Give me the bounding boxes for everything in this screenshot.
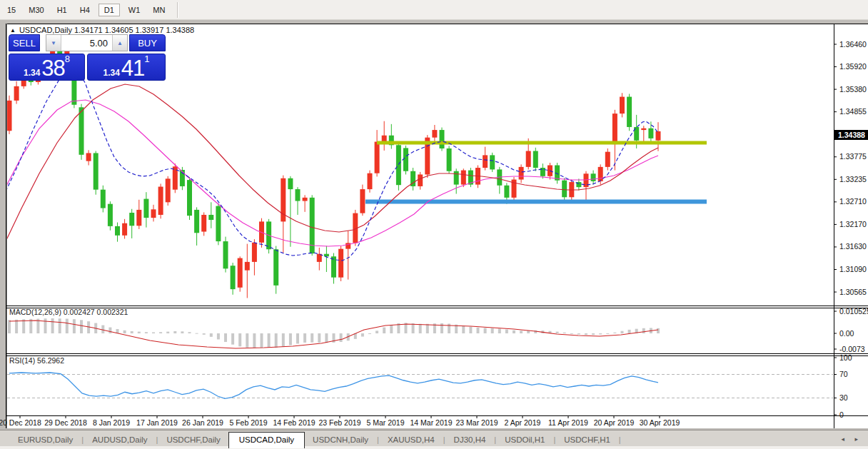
chart-tab-xauusd[interactable]: XAUUSD,H4 <box>380 433 443 446</box>
sell-price-small: 1.34 <box>24 68 40 78</box>
svg-text:1.32710: 1.32710 <box>839 197 867 206</box>
volume-decrease-button[interactable]: ▼ <box>46 35 61 51</box>
svg-text:RSI(14) 56.2962: RSI(14) 56.2962 <box>9 356 64 365</box>
volume-increase-button[interactable]: ▲ <box>112 35 127 51</box>
buy-price-big: 41 <box>121 59 144 78</box>
collapse-triangle-icon[interactable]: ▲ <box>10 27 16 34</box>
tab-separator: | <box>81 435 84 444</box>
mt4-terminal: { "toolbar": { "timeframes": ["15","M30"… <box>0 0 868 449</box>
svg-text:2 Apr 2019: 2 Apr 2019 <box>505 418 541 427</box>
one-click-trade-panel: SELL ▼ ▲ BUY 1.34 38 8 1.34 41 1 <box>9 34 166 81</box>
svg-text:5 Mar 2019: 5 Mar 2019 <box>366 418 404 427</box>
chart-tab-eurusd[interactable]: EURUSD,Daily <box>10 433 81 446</box>
chart-tab-audusd[interactable]: AUDUSD,Daily <box>84 433 155 446</box>
svg-text:5 Feb 2019: 5 Feb 2019 <box>229 418 267 427</box>
tab-scroll-arrows[interactable]: ◂ ▸ <box>841 435 862 443</box>
chart-tab-usdcnh[interactable]: USDCNH,Daily <box>305 433 376 446</box>
svg-text:MACD(12,26,9) 0.002427 0.00232: MACD(12,26,9) 0.002427 0.002321 <box>9 308 128 316</box>
sell-price-sup: 8 <box>65 55 70 64</box>
chart-tab-bar: EURUSD,Daily|AUDUSD,Daily|USDCHF,DailyUS… <box>0 430 868 449</box>
svg-text:1.33235: 1.33235 <box>839 175 867 183</box>
svg-text:8 Jan 2019: 8 Jan 2019 <box>93 418 130 427</box>
svg-text:14 Feb 2019: 14 Feb 2019 <box>273 418 316 427</box>
volume-stepper: ▼ ▲ <box>46 34 128 51</box>
volume-input[interactable] <box>61 35 112 51</box>
chart-title-text: USDCAD,Daily 1.34171 1.34605 1.33917 1.3… <box>19 26 194 34</box>
svg-text:14 Mar 2019: 14 Mar 2019 <box>410 418 453 427</box>
tab-separator: | <box>156 435 158 444</box>
svg-text:1.31090: 1.31090 <box>839 265 867 273</box>
svg-text:0: 0 <box>839 410 844 419</box>
svg-text:1.35920: 1.35920 <box>839 62 867 71</box>
svg-text:23 Mar 2019: 23 Mar 2019 <box>456 418 498 427</box>
svg-text:30 Apr 2019: 30 Apr 2019 <box>640 418 680 427</box>
svg-text:0.010525: 0.010525 <box>839 307 868 316</box>
svg-text:1.34855: 1.34855 <box>839 107 867 116</box>
svg-text:1.36460: 1.36460 <box>839 40 867 49</box>
svg-text:30: 30 <box>839 393 848 402</box>
svg-text:1.31630: 1.31630 <box>839 242 867 251</box>
svg-text:1.34388: 1.34388 <box>838 131 865 139</box>
tab-separator: | <box>619 435 621 444</box>
svg-text:1.30565: 1.30565 <box>839 288 867 296</box>
svg-text:29 Dec 2018: 29 Dec 2018 <box>44 418 87 427</box>
chart-tab-usdcad[interactable]: USDCAD,Daily <box>228 432 305 448</box>
chart-title: ▲ USDCAD,Daily 1.34171 1.34605 1.33917 1… <box>10 26 194 34</box>
svg-text:11 Apr 2019: 11 Apr 2019 <box>548 418 588 427</box>
chart-tab-usdchf[interactable]: USDCHF,Daily <box>158 433 228 446</box>
tab-separator: | <box>494 435 496 444</box>
chart-tab-usdchf[interactable]: USDCHF,H1 <box>556 433 618 446</box>
tab-separator: | <box>553 435 555 444</box>
svg-text:17 Jan 2019: 17 Jan 2019 <box>136 418 178 427</box>
sell-price-big: 38 <box>41 59 64 78</box>
svg-text:0.00: 0.00 <box>839 329 854 338</box>
tab-separator: | <box>443 435 445 444</box>
svg-text:23 Feb 2019: 23 Feb 2019 <box>319 418 361 427</box>
svg-text:1.32170: 1.32170 <box>839 220 867 228</box>
svg-text:26 Jan 2019: 26 Jan 2019 <box>182 418 223 427</box>
tab-separator: | <box>377 435 379 444</box>
sell-button[interactable]: SELL <box>9 34 40 51</box>
buy-button[interactable]: BUY <box>129 34 166 51</box>
sell-price-panel[interactable]: 1.34 38 8 <box>9 54 85 81</box>
buy-price-small: 1.34 <box>103 68 119 78</box>
svg-text:1.33775: 1.33775 <box>839 152 867 161</box>
buy-price-sup: 1 <box>144 55 149 64</box>
svg-text:1.35380: 1.35380 <box>839 85 867 94</box>
svg-text:-0.0073: -0.0073 <box>839 345 865 353</box>
buy-price-panel[interactable]: 1.34 41 1 <box>87 54 166 81</box>
chart-tab-usdoil[interactable]: USDOil,H1 <box>497 433 552 446</box>
svg-text:20 Apr 2019: 20 Apr 2019 <box>594 418 635 427</box>
svg-text:100: 100 <box>839 353 852 362</box>
svg-text:70: 70 <box>839 370 848 378</box>
chart-tab-dj30[interactable]: DJ30,H4 <box>446 433 494 446</box>
svg-text:20 Dec 2018: 20 Dec 2018 <box>0 418 41 427</box>
